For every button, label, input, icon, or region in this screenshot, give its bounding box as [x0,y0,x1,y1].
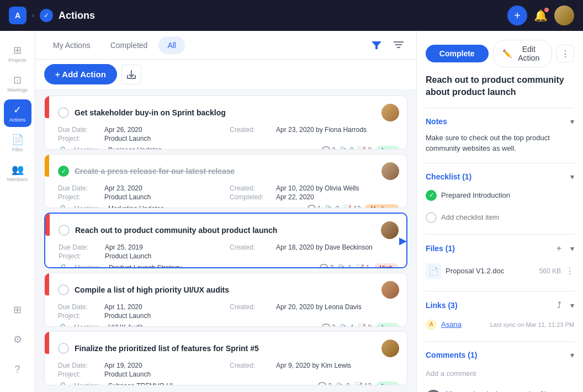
checklist-item: ✓ Prepared Introduction [426,188,574,203]
selected-arrow-icon: ▶ [399,235,407,247]
sidebar-label-files: Files [12,147,23,152]
lock-icon: 🔒 [58,382,67,385]
comment-text: Nice work, missing a couple of icons [446,390,574,392]
links-toggle-icon: ▾ [570,301,574,310]
lock-icon: 🔒 [58,146,67,150]
main-layout: ⊞ Projects ⊡ Meetings ✓ Actions 📄 Files … [0,31,583,392]
action-detail-title: Reach out to product community about pro… [426,74,574,99]
action-checkbox[interactable] [58,107,69,118]
action-checkbox[interactable] [58,343,69,354]
help-icon: ? [14,364,20,375]
more-options-button[interactable]: ⋮ [556,45,574,62]
sidebar-item-meetings[interactable]: ⊡ Meetings [4,70,31,97]
right-panel: Complete ✏️ Edit Action ⋮ Reach out to p… [416,31,583,392]
checklist-add-item[interactable] [426,210,574,225]
action-card-selected[interactable]: Reach out to product community about pro… [44,213,407,268]
sidebar-item-actions[interactable]: ✓ Actions [4,99,31,127]
files-add-button[interactable]: + [556,243,561,253]
comment-placeholder-text: Add a comment [426,369,574,378]
tab-all[interactable]: All [158,36,185,54]
avatar-image [381,221,399,239]
add-action-button[interactable]: + Add Action [44,64,117,84]
actions-scroll: Get stakeholder buy-in on Sprint backlog… [35,89,416,392]
links-section-header[interactable]: Links (3) ⤴ ▾ [426,300,574,310]
file-more-button[interactable]: ⋮ [565,266,574,276]
action-meta: Due Date: Apr 26, 2020 Created: Apr 23, … [58,126,399,142]
tabs-container: My Actions Completed All [44,36,368,54]
priority-badge: Medium [365,204,399,208]
filter-button[interactable] [368,36,385,54]
sidebar-item-dashboard[interactable]: ⊞ [4,296,31,324]
lock-icon: 🔒 [59,263,68,268]
page-title: Actions [59,10,502,22]
sort-button[interactable] [390,36,407,54]
sidebar-item-projects[interactable]: ⊞ Projects [4,40,31,67]
files-icon: 📄 [12,134,24,146]
action-content: Finalize the prioritized list of feature… [58,340,399,385]
action-meta: Due Date: Apr 25, 2019 Created: Apr 18, … [59,243,399,260]
notification-badge [544,8,549,12]
links-share-button[interactable]: ⤴ [557,300,561,310]
checklist-empty-icon [426,212,437,223]
comments-divider [426,341,574,342]
app-logo[interactable]: A [9,7,26,24]
tab-my-actions[interactable]: My Actions [44,36,99,54]
sidebar-item-members[interactable]: 👥 Members [4,159,31,187]
members-icon: 👥 [12,163,24,176]
sidebar-item-help[interactable]: ? [4,356,31,383]
checklist-divider [426,163,574,163]
checklist-section-header[interactable]: Checklist (1) ▾ [426,172,574,181]
avatar-image [381,340,399,357]
action-checkbox[interactable] [58,284,69,295]
export-button[interactable] [121,65,141,84]
action-meta: Due Date: Apr 11, 2020 Created: Apr 20, … [58,303,399,320]
edit-action-button[interactable]: ✏️ Edit Action [493,40,553,67]
files-divider [426,234,574,235]
notes-toggle-icon: ▾ [570,117,574,126]
sidebar: ⊞ Projects ⊡ Meetings ✓ Actions 📄 Files … [0,31,35,392]
lock-icon: 🔒 [58,204,67,208]
priority-badge: Low [376,323,399,327]
notifications-bell[interactable]: 🔔 [534,9,548,22]
sidebar-item-settings[interactable]: ⚙ [4,326,31,353]
sidebar-item-files[interactable]: 📄 Files [4,129,31,157]
meetings-icon: ⊡ [13,74,22,86]
content-area: My Actions Completed All [35,31,583,392]
action-card[interactable]: Get stakeholder buy-in on Sprint backlog… [44,96,407,150]
action-checkbox[interactable]: ✓ [58,166,69,177]
priority-flag [45,273,49,295]
checklist-check-icon[interactable]: ✓ [426,190,437,201]
global-add-button[interactable]: + [507,6,527,25]
notes-content: Make sure to check out the top product c… [426,133,574,154]
user-avatar[interactable] [554,6,574,25]
action-checkbox[interactable] [59,225,70,236]
action-title: Finalize the prioritized list of feature… [75,344,376,353]
action-card[interactable]: Finalize the prioritized list of feature… [44,331,407,385]
action-card[interactable]: Compile a list of high priority UI/UX au… [44,273,407,327]
notes-section-header[interactable]: Notes ▾ [426,117,574,126]
action-avatar [381,162,399,180]
action-card[interactable]: ✓ Create a press release for our latest … [44,154,407,208]
title-check-icon: ✓ [40,9,53,22]
notes-divider [426,108,574,108]
sidebar-label-members: Members [7,177,28,182]
checklist-input[interactable] [441,213,574,221]
comments-section-header[interactable]: Comments (1) ▾ [426,351,574,359]
action-header: Reach out to product community about pro… [59,221,399,239]
files-section-header[interactable]: Files (1) + ▾ [426,243,574,253]
files-toggle-icon: ▾ [570,244,574,253]
complete-button[interactable]: Complete [426,45,489,62]
actions-icon: ✓ [13,104,22,116]
action-header: Get stakeholder buy-in on Sprint backlog [58,104,399,121]
tab-completed[interactable]: Completed [102,36,157,54]
comment-input-area[interactable]: Add a comment [426,366,574,381]
tab-bar: My Actions Completed All [35,31,416,60]
action-header: Compile a list of high priority UI/UX au… [58,281,399,299]
notes-section-title: Notes [426,117,447,126]
action-stats: 💬3 📎4 📝0 Low [322,323,399,327]
asana-icon: A [426,319,437,330]
sidebar-label-projects: Projects [8,57,26,63]
actions-list-panel: My Actions Completed All [35,31,416,392]
link-name[interactable]: Asana [441,320,462,329]
action-title: Reach out to product community about pro… [75,226,375,235]
